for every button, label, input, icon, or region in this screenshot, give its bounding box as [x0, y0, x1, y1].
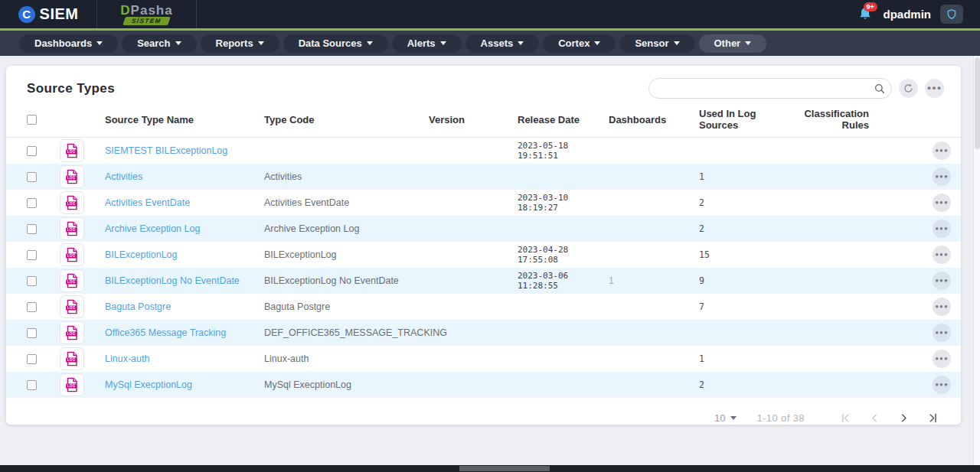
type-code-cell: BILExceptionLog No EventDate [264, 275, 429, 286]
search-icon[interactable] [873, 82, 887, 96]
pagination-bar: 10 1-10 of 38 [6, 398, 961, 428]
chevron-down-icon [367, 41, 373, 45]
release-date-cell: 2023-03-10 18:19:27 [518, 193, 609, 213]
refresh-button[interactable] [899, 79, 918, 98]
source-type-link[interactable]: Linux-auth [105, 353, 149, 364]
last-page-icon [926, 412, 939, 425]
row-checkbox[interactable] [27, 276, 37, 286]
vertical-scrollbar[interactable] [973, 56, 980, 465]
user-security-button[interactable] [940, 5, 963, 24]
dpasha-d: D [120, 3, 130, 18]
log-file-icon: LOG [60, 243, 84, 266]
nav-item-alerts[interactable]: Alerts [392, 34, 462, 53]
used-in-log-sources-cell: 9 [699, 275, 796, 286]
row-checkbox[interactable] [27, 302, 37, 312]
row-checkbox[interactable] [27, 380, 37, 390]
dpasha-wordmark: DPasha [120, 5, 172, 16]
row-actions-button[interactable]: ●●● [933, 376, 951, 394]
nav-item-dashboards[interactable]: Dashboards [19, 34, 118, 53]
svg-text:LOG: LOG [67, 280, 76, 284]
horizontal-scrollbar[interactable] [0, 465, 980, 472]
log-file-icon: LOG [60, 269, 84, 292]
select-all-checkbox[interactable] [27, 115, 37, 125]
table-row: LOG SIEMTEST BILExceptionLog 2023-05-18 … [6, 138, 961, 164]
first-page-button[interactable] [834, 407, 857, 428]
username-label[interactable]: dpadmin [884, 8, 932, 21]
row-actions-button[interactable]: ●●● [933, 220, 951, 238]
col-version: Version [429, 114, 518, 125]
pagination-range: 1-10 of 38 [756, 412, 805, 424]
chevron-down-icon [594, 41, 600, 45]
row-actions-button[interactable]: ●●● [933, 168, 951, 186]
top-bar: C SIEM DPasha SİSTEM 9+ dpadmin [0, 0, 980, 28]
source-type-link[interactable]: Activities EventDate [105, 197, 190, 208]
horizontal-scrollbar-thumb[interactable] [459, 466, 550, 471]
row-actions-button[interactable]: ●●● [933, 350, 951, 368]
col-type-code: Type Code [264, 114, 429, 125]
source-type-link[interactable]: Baguta Postgre [105, 301, 171, 312]
row-actions-button[interactable]: ●●● [933, 142, 951, 160]
log-file-icon: LOG [60, 373, 84, 396]
table-row: LOG Baguta Postgre Baguta Postgre 7 ●●● [6, 294, 961, 320]
source-type-link[interactable]: Activities [105, 171, 142, 182]
row-actions-button[interactable]: ●●● [933, 194, 951, 212]
log-file-icon: LOG [60, 295, 84, 318]
source-type-link[interactable]: Office365 Message Tracking [105, 327, 226, 338]
table-body: LOG SIEMTEST BILExceptionLog 2023-05-18 … [6, 138, 961, 398]
nav-item-sensor[interactable]: Sensor [619, 34, 694, 53]
type-code-cell: DEF_OFFICE365_MESSAGE_TRACKING [264, 327, 429, 338]
row-checkbox[interactable] [27, 354, 37, 364]
type-code-cell: Baguta Postgre [264, 301, 429, 312]
row-checkbox[interactable] [27, 172, 37, 182]
row-checkbox[interactable] [27, 224, 37, 234]
shield-icon [946, 8, 958, 21]
nav-item-other[interactable]: Other [699, 34, 767, 53]
col-classification-rules: Classification Rules [796, 108, 869, 131]
log-file-icon: LOG [60, 139, 84, 162]
chevron-down-icon [258, 41, 264, 45]
row-checkbox[interactable] [27, 250, 37, 260]
last-page-button[interactable] [921, 407, 944, 428]
used-in-log-sources-cell: 15 [699, 249, 796, 260]
col-used-in-log-sources: Used In Log Sources [699, 108, 796, 131]
more-options-button[interactable]: ●●● [925, 79, 944, 98]
row-actions-button[interactable]: ●●● [933, 324, 951, 342]
notifications-button[interactable]: 9+ [856, 5, 874, 24]
source-type-link[interactable]: SIEMTEST BILExceptionLog [105, 145, 227, 156]
source-type-link[interactable]: Archive Exception Log [105, 223, 200, 234]
row-checkbox[interactable] [27, 328, 37, 338]
type-code-cell: BILExceptionLog [264, 249, 429, 260]
source-types-card: Source Types ●●● [6, 66, 961, 425]
next-page-button[interactable] [892, 407, 915, 428]
source-type-link[interactable]: BILExceptionLog [105, 249, 178, 260]
type-code-cell: Activities [264, 171, 429, 182]
search-input[interactable] [660, 83, 873, 94]
siem-logo[interactable]: C SIEM [0, 0, 97, 28]
nav-item-search[interactable]: Search [122, 34, 196, 53]
col-source-type-name: Source Type Name [105, 114, 264, 125]
nav-item-assets[interactable]: Assets [466, 34, 540, 53]
nav-item-reports[interactable]: Reports [201, 34, 279, 53]
row-checkbox[interactable] [27, 198, 37, 208]
table-row: LOG Activities EventDate Activities Even… [6, 190, 961, 216]
page-size-select[interactable]: 10 [714, 412, 737, 424]
source-type-link[interactable]: BILExceptionLog No EventDate [105, 275, 240, 286]
svg-text:LOG: LOG [67, 306, 76, 310]
row-actions-button[interactable]: ●●● [933, 246, 951, 264]
siem-brand-name: SIEM [40, 5, 79, 23]
nav-item-cortex[interactable]: Cortex [543, 34, 616, 53]
vertical-scrollbar-thumb[interactable] [975, 57, 980, 149]
first-page-icon [839, 412, 852, 425]
source-type-link[interactable]: MySql ExecptionLog [105, 379, 192, 390]
table-header: Source Type Name Type Code Version Relea… [6, 103, 961, 138]
row-actions-button[interactable]: ●●● [933, 272, 951, 290]
previous-page-button[interactable] [863, 407, 886, 428]
type-code-cell: MySql ExecptionLog [264, 379, 429, 390]
nav-item-data-sources[interactable]: Data Sources [283, 34, 388, 53]
chevron-down-icon [175, 41, 181, 45]
chevron-down-icon [674, 41, 680, 45]
used-in-log-sources-cell: 2 [699, 379, 796, 390]
siem-c-icon: C [18, 6, 35, 23]
row-actions-button[interactable]: ●●● [933, 298, 951, 316]
row-checkbox[interactable] [27, 146, 37, 156]
